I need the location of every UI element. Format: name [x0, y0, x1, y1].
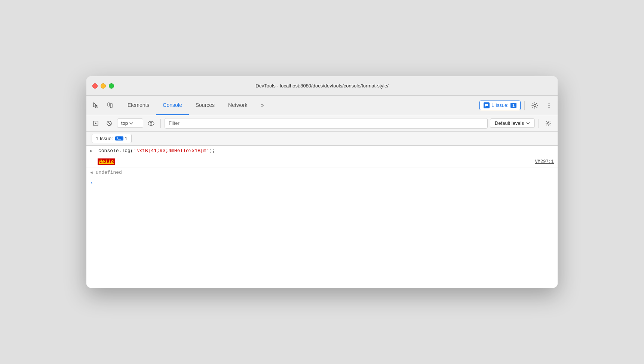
maximize-button[interactable]	[109, 83, 114, 89]
issue-label: 1 Issue:	[96, 136, 113, 141]
tab-sources[interactable]: Sources	[189, 96, 221, 115]
issue-message-icon	[117, 137, 121, 140]
clear-console-button[interactable]	[90, 118, 101, 129]
settings-button[interactable]	[528, 99, 541, 112]
tab-items: Elements Console Sources Network »	[121, 96, 479, 115]
hello-output: Hello	[98, 158, 115, 165]
toolbar-left	[89, 96, 116, 115]
toolbar-right: 1 Issue: 1	[479, 96, 555, 115]
context-label: top	[121, 120, 128, 126]
cursor-line: ›	[86, 178, 558, 189]
close-button[interactable]	[92, 83, 98, 89]
issue-button[interactable]: 1 Issue: 1	[92, 134, 132, 143]
console-input[interactable]	[96, 181, 554, 186]
return-arrow-icon: ◀	[90, 170, 93, 175]
filter-input[interactable]	[165, 118, 488, 129]
hello-output-line: Hello VM297:1	[86, 156, 558, 167]
log-string-literal: '\x1B[41;93;4mHello\x1B[m'	[134, 148, 209, 154]
issue-message-icon-bg	[115, 136, 123, 141]
console-output: ▶ console.log('\x1B[41;93;4mHello\x1B[m'…	[86, 146, 558, 288]
svg-rect-14	[117, 137, 121, 140]
tab-console[interactable]: Console	[156, 96, 188, 115]
block-icon	[106, 120, 112, 126]
issue-count: 1	[125, 136, 128, 141]
console-log-entry: ▶ console.log('\x1B[41;93;4mHello\x1B[m'…	[86, 146, 558, 156]
run-icon	[93, 120, 99, 126]
tab-elements[interactable]: Elements	[121, 96, 156, 115]
eye-icon	[148, 121, 154, 126]
console-toolbar: top Default levels	[86, 115, 558, 132]
svg-point-12	[151, 123, 151, 124]
svg-point-13	[548, 122, 549, 124]
minimize-button[interactable]	[101, 83, 106, 89]
separator-3	[539, 119, 539, 128]
default-levels-label: Default levels	[495, 120, 524, 126]
expand-icon[interactable]: ▶	[90, 148, 95, 153]
issues-count-badge: 1	[510, 103, 516, 108]
issues-count: 1	[510, 102, 516, 108]
device-icon	[107, 102, 113, 109]
issue-bar: 1 Issue: 1	[86, 132, 558, 146]
cursor-chevron-icon: ›	[90, 181, 93, 186]
eye-button[interactable]	[145, 118, 157, 129]
console-settings-button[interactable]	[543, 118, 554, 129]
svg-line-9	[108, 121, 111, 125]
title-bar: DevTools - localhost:8080/docs/devtools/…	[86, 76, 558, 96]
tab-bar: Elements Console Sources Network »	[86, 96, 558, 115]
undefined-text: undefined	[96, 170, 122, 175]
issue-count-group: 1	[115, 136, 128, 141]
tab-network[interactable]: Network	[221, 96, 254, 115]
svg-point-6	[549, 107, 550, 108]
issues-label: 1 Issue:	[491, 102, 509, 108]
console-gear-icon	[545, 120, 551, 126]
chevron-down-icon	[129, 122, 133, 124]
gear-icon	[531, 102, 539, 109]
svg-rect-1	[110, 104, 112, 108]
separator-1	[524, 101, 525, 110]
undefined-line: ◀ undefined	[86, 167, 558, 178]
issues-badge-icon	[484, 102, 490, 108]
levels-chevron-icon	[526, 122, 530, 124]
default-levels-dropdown[interactable]: Default levels	[490, 118, 535, 128]
block-icon-button[interactable]	[104, 118, 115, 129]
separator-2	[160, 119, 161, 128]
device-toolbar-button[interactable]	[104, 99, 116, 112]
issues-badge[interactable]: 1 Issue: 1	[479, 101, 521, 110]
cursor-icon	[92, 102, 99, 109]
tab-more[interactable]: »	[254, 96, 270, 115]
more-icon	[548, 102, 550, 109]
window-title: DevTools - localhost:8080/docs/devtools/…	[255, 83, 389, 89]
traffic-lights	[92, 83, 114, 89]
source-link[interactable]: VM297:1	[535, 159, 554, 164]
more-button[interactable]	[543, 100, 555, 111]
devtools-window: DevTools - localhost:8080/docs/devtools/…	[86, 76, 558, 288]
svg-point-3	[534, 104, 536, 107]
message-icon	[485, 104, 488, 107]
svg-point-4	[549, 102, 550, 104]
svg-rect-0	[108, 103, 110, 106]
inspect-element-button[interactable]	[89, 99, 102, 112]
svg-point-5	[549, 105, 550, 106]
context-dropdown[interactable]: top	[117, 118, 143, 128]
log-code: console.log('\x1B[41;93;4mHello\x1B[m');	[98, 148, 554, 154]
